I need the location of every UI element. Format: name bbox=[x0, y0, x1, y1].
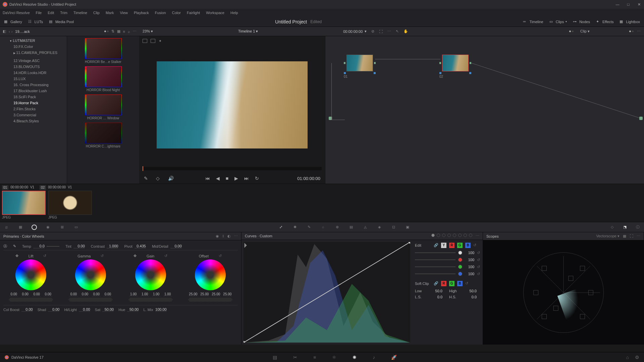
tool-color-wheels[interactable] bbox=[32, 225, 37, 230]
middetail-value[interactable]: 0.00 bbox=[170, 244, 182, 248]
reset-b[interactable]: ↺ bbox=[477, 272, 480, 276]
sat-value[interactable]: 50.00 bbox=[102, 307, 114, 312]
tree-item[interactable]: 4.Bleach.Styles bbox=[0, 118, 67, 124]
scope-layout-icon[interactable]: ▦ bbox=[623, 234, 626, 238]
tree-item[interactable]: 3.Commercial bbox=[0, 112, 67, 118]
node-mode-selector[interactable]: Clip ▾ bbox=[580, 29, 590, 34]
sidebar-toggle-icon[interactable]: ◧ bbox=[3, 29, 6, 34]
edit-g-button[interactable]: G bbox=[457, 243, 463, 248]
bypass-icon[interactable]: ⊘ bbox=[371, 29, 374, 34]
page-fusion[interactable]: ⚛ bbox=[332, 355, 336, 360]
lut-item[interactable]: HORROR C…ightmare bbox=[69, 123, 137, 148]
tool-rgb-mixer[interactable]: ⊞ bbox=[59, 224, 65, 230]
hue-value[interactable]: 50.00 bbox=[127, 307, 139, 312]
timeline-selector[interactable]: Timeline 1 ▾ bbox=[238, 29, 258, 34]
nav-back-button[interactable]: ‹ bbox=[9, 29, 10, 34]
hilite-value[interactable]: 0.00 bbox=[79, 307, 90, 312]
menu-edit[interactable]: Edit bbox=[48, 11, 54, 15]
tree-item[interactable]: 14.HDR.Looks.HDR bbox=[0, 70, 67, 76]
tool-sizing[interactable]: ⊡ bbox=[390, 224, 396, 230]
list-view-icon[interactable]: ≡ bbox=[123, 29, 125, 34]
gain-wheel[interactable] bbox=[135, 259, 166, 290]
lift-wheel[interactable] bbox=[15, 259, 46, 290]
curve-mode-custom[interactable] bbox=[431, 234, 435, 237]
scope-more-icon[interactable]: ⋯ bbox=[637, 234, 640, 238]
reset-w[interactable]: ↺ bbox=[477, 251, 480, 255]
menu-fairlight[interactable]: Fairlight bbox=[187, 11, 200, 15]
curve-mode-8[interactable] bbox=[469, 234, 472, 237]
low-value[interactable]: 50.0 bbox=[433, 289, 442, 293]
timecode-display[interactable]: 00:00:00:00 ▾ bbox=[343, 29, 367, 34]
slider-w[interactable] bbox=[415, 252, 455, 253]
slider-r[interactable] bbox=[415, 259, 455, 260]
mute-icon[interactable]: 🔊 bbox=[168, 176, 174, 181]
gain-picker-icon[interactable]: ✥ bbox=[133, 254, 137, 258]
lift-picker-icon[interactable]: ✥ bbox=[15, 254, 18, 258]
pivot-value[interactable]: 0.435 bbox=[135, 244, 146, 248]
tool-blur[interactable]: ◬ bbox=[362, 224, 368, 230]
curve-mode-6[interactable] bbox=[458, 234, 462, 237]
edit-y-button[interactable]: Y bbox=[441, 243, 446, 248]
tool-color-match[interactable]: ▦ bbox=[17, 224, 23, 230]
gallery-button[interactable]: ▦Gallery bbox=[4, 19, 22, 24]
mediapool-button[interactable]: ▤Media Pool bbox=[49, 19, 74, 24]
tool-scopes[interactable]: ⬔ bbox=[622, 224, 628, 230]
page-deliver[interactable]: 🚀 bbox=[391, 355, 397, 360]
tool-camera-raw[interactable]: ⎚ bbox=[3, 224, 9, 230]
high-value[interactable]: 50.0 bbox=[467, 289, 477, 293]
scope-mode-selector[interactable]: Vectorscope ▾ bbox=[596, 234, 620, 238]
curve-mode-2[interactable] bbox=[437, 234, 440, 237]
expand-icon[interactable]: ⛶ bbox=[379, 29, 383, 34]
color-picker-icon[interactable]: ✎ bbox=[144, 176, 148, 181]
tool-motion[interactable]: ▭ bbox=[73, 224, 79, 230]
node-more-icon[interactable]: ⋯ bbox=[637, 29, 641, 34]
wheels-mode-icon[interactable]: ◉ bbox=[216, 234, 219, 238]
curve-mode-5[interactable] bbox=[453, 234, 456, 237]
nav-fwd-button[interactable]: › bbox=[11, 29, 13, 34]
curve-mode-4[interactable] bbox=[447, 234, 451, 237]
menu-mark[interactable]: Mark bbox=[106, 11, 114, 15]
link-icon[interactable]: 🔗 bbox=[434, 243, 438, 247]
clip-thumb-1[interactable] bbox=[2, 191, 46, 215]
maximize-button[interactable]: □ bbox=[626, 2, 631, 7]
luts-button[interactable]: ☷LUTs bbox=[28, 19, 43, 24]
gain-jog[interactable] bbox=[129, 298, 172, 302]
contrast-value[interactable]: 1.000 bbox=[107, 244, 118, 248]
menu-playback[interactable]: Playback bbox=[134, 11, 149, 15]
lut-item[interactable]: HORROR Blood Night bbox=[69, 66, 137, 92]
lmix-value[interactable]: 100.00 bbox=[155, 307, 167, 312]
curve-mode-7[interactable] bbox=[464, 234, 467, 237]
sc-g-button[interactable]: G bbox=[449, 281, 454, 286]
menu-trim[interactable]: Trim bbox=[60, 11, 67, 15]
edit-b-button[interactable]: B bbox=[465, 243, 471, 248]
slider-g[interactable] bbox=[415, 266, 455, 267]
offset-jog[interactable] bbox=[189, 298, 232, 302]
curve-mode-3[interactable] bbox=[442, 234, 445, 237]
lut-item[interactable]: HORROR … Window bbox=[69, 95, 137, 120]
offset-reset[interactable]: ↺ bbox=[219, 254, 222, 258]
curves-plot[interactable] bbox=[244, 242, 410, 343]
tint-value[interactable]: 0.00 bbox=[73, 244, 85, 248]
reset-g[interactable]: ↺ bbox=[477, 265, 480, 269]
tag-icon[interactable]: ◇ bbox=[156, 176, 160, 181]
lut-item[interactable]: HORROR Be…e Stalker bbox=[69, 38, 137, 64]
grid-view-icon[interactable]: ▦ bbox=[117, 29, 120, 34]
gain-reset[interactable]: ↺ bbox=[164, 254, 167, 258]
ls-value[interactable]: 0.0 bbox=[433, 295, 442, 299]
play-button[interactable]: ▶ bbox=[234, 176, 238, 181]
tree-item[interactable]: 13.BLOWOUTS bbox=[0, 64, 67, 70]
tree-item[interactable]: 17.Blockbuster Lush bbox=[0, 88, 67, 94]
viewer-tool-2[interactable] bbox=[151, 39, 155, 43]
lightbox-button[interactable]: ▦Lightbox bbox=[620, 19, 640, 24]
menu-color[interactable]: Color bbox=[172, 11, 181, 15]
tool-magic-mask[interactable]: ▤ bbox=[348, 224, 354, 230]
tree-item[interactable]: 18.SciFi Pack bbox=[0, 94, 67, 100]
hs-value[interactable]: 0.0 bbox=[467, 295, 477, 299]
tree-item[interactable]: 10.FX.Color bbox=[0, 44, 67, 50]
minimize-button[interactable]: — bbox=[615, 2, 620, 7]
tree-item[interactable]: 11.CAMERA_PROFILES bbox=[0, 50, 67, 56]
scope-expand-icon[interactable]: ⛶ bbox=[630, 234, 633, 238]
viewer-scrubber[interactable] bbox=[143, 167, 322, 170]
viewer-tool-1[interactable] bbox=[143, 39, 147, 43]
temp-value[interactable]: 0.0 bbox=[33, 244, 45, 248]
